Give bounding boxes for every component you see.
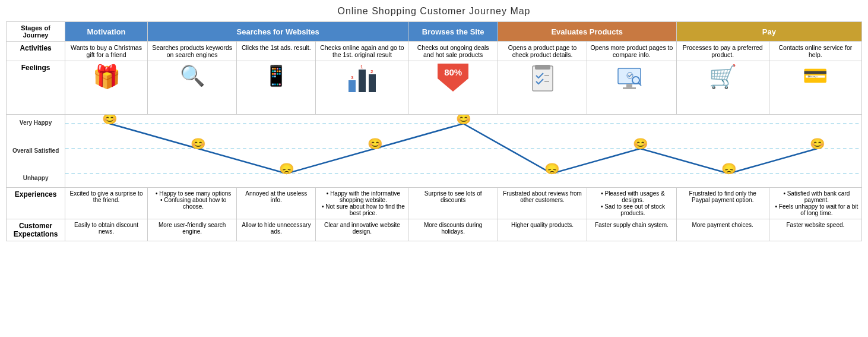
journey-map-table: Stages of Journey Motivation Searches fo… bbox=[6, 21, 862, 241]
svg-rect-1 bbox=[359, 70, 366, 92]
activity-motivation: Wants to buy a Christmas gift for a frie… bbox=[65, 42, 148, 61]
activities-label: Activities bbox=[7, 42, 65, 61]
expectations-row: Customer Expectations Easily to obtain d… bbox=[7, 219, 862, 241]
sale-icon: 80% bbox=[411, 64, 494, 92]
expectations-label: Customer Expectations bbox=[7, 219, 65, 241]
experience-pay1: Frustrated to find only the Paypal payme… bbox=[676, 188, 769, 219]
phone-icon: 📱 bbox=[264, 64, 289, 87]
stage-browses: Browses the Site bbox=[408, 22, 498, 42]
stages-header-row: Stages of Journey Motivation Searches fo… bbox=[7, 22, 862, 42]
svg-text:😊: 😊 bbox=[191, 137, 207, 150]
experience-evaluate2-line1: Pleased with usages & designs. bbox=[593, 190, 673, 203]
experience-evaluate2: Pleased with usages & designs. Sad to se… bbox=[587, 188, 676, 219]
feeling-search2: 📱 bbox=[237, 61, 316, 115]
expectation-search1: More user-friendly search engine. bbox=[147, 219, 236, 241]
expectation-browses: More discounts during holidays. bbox=[408, 219, 498, 241]
page-title: Online Shopping Customer Journey Map bbox=[6, 6, 862, 17]
svg-rect-2 bbox=[369, 74, 376, 92]
emotion-chart-area: 😊 😊 😞 😊 😊 😞 😊 😞 😊 bbox=[65, 115, 862, 188]
experience-search1: Happy to see many options Confusing abou… bbox=[147, 188, 236, 219]
feeling-search1: 🔍 bbox=[147, 61, 236, 115]
svg-text:😊: 😊 bbox=[456, 115, 472, 125]
experience-search1-line1: Happy to see many options bbox=[153, 190, 233, 197]
feeling-pay1: 🛒 bbox=[676, 61, 769, 115]
svg-text:😞: 😞 bbox=[721, 162, 737, 175]
activity-pay1: Processes to pay a preferred product. bbox=[676, 42, 769, 61]
expectation-evaluate1: Higher quality products. bbox=[498, 219, 587, 241]
emotion-chart-svg: 😊 😊 😞 😊 😊 😞 😊 😞 😊 bbox=[65, 115, 861, 186]
activity-browses: Checks out ongoing deals and hot sale pr… bbox=[408, 42, 498, 61]
svg-text:😊: 😊 bbox=[633, 137, 649, 150]
experience-search1-line2: Confusing about how to choose. bbox=[153, 197, 233, 210]
activity-evaluate2: Opens more product pages to compare info… bbox=[587, 42, 676, 61]
emotion-levels-labels: Very Happy Overall Satisfied Unhappy bbox=[7, 115, 65, 188]
svg-text:😊: 😊 bbox=[810, 137, 826, 150]
experiences-label: Experiences bbox=[7, 188, 65, 219]
feeling-evaluate2 bbox=[587, 61, 676, 115]
activity-pay2: Contacts online service for help. bbox=[769, 42, 861, 61]
activities-row: Activities Wants to buy a Christmas gift… bbox=[7, 42, 862, 61]
activity-search3: Checks online again and go to the 1st. o… bbox=[316, 42, 408, 61]
activity-search2: Clicks the 1st ads. result. bbox=[237, 42, 316, 61]
gift-icon: 🎁 bbox=[93, 64, 121, 89]
svg-text:3: 3 bbox=[351, 75, 354, 80]
expectation-search3: Clear and innovative website design. bbox=[316, 219, 408, 241]
monitor-search-icon bbox=[616, 64, 648, 96]
svg-text:😞: 😞 bbox=[544, 162, 560, 175]
expectation-pay2: Faster website speed. bbox=[769, 219, 861, 241]
very-happy-label: Very Happy bbox=[9, 119, 62, 126]
feelings-label: Feelings bbox=[7, 61, 65, 115]
stage-motivation: Motivation bbox=[65, 22, 148, 42]
experience-evaluate1: Frustrated about reviews from other cust… bbox=[498, 188, 587, 219]
expectation-evaluate2: Faster supply chain system. bbox=[587, 219, 676, 241]
overall-satisfied-label: Overall Satisfied bbox=[9, 147, 62, 154]
svg-text:😊: 😊 bbox=[368, 137, 384, 150]
feelings-row: Feelings 🎁 🔍 📱 3 1 2 80% bbox=[7, 61, 862, 115]
cart-icon: 🛒 bbox=[709, 64, 737, 89]
feeling-motivation: 🎁 bbox=[65, 61, 148, 115]
feeling-evaluate1 bbox=[498, 61, 587, 115]
expectation-pay1: More payment choices. bbox=[676, 219, 769, 241]
feeling-browses: 80% bbox=[408, 61, 498, 115]
stage-pay: Pay bbox=[676, 22, 861, 42]
experience-search3-line1: Happy with the informative shopping webs… bbox=[321, 190, 405, 203]
bar-chart-icon: 3 1 2 bbox=[346, 64, 378, 96]
emotion-chart-row: Very Happy Overall Satisfied Unhappy bbox=[7, 115, 862, 188]
stages-label: Stages of Journey bbox=[7, 22, 65, 42]
svg-text:😞: 😞 bbox=[279, 162, 295, 175]
experience-search2: Annoyed at the useless info. bbox=[237, 188, 316, 219]
unhappy-label: Unhappy bbox=[9, 175, 62, 181]
expectation-search2: Allow to hide unnecessary ads. bbox=[237, 219, 316, 241]
svg-text:1: 1 bbox=[360, 64, 363, 70]
feeling-search3: 3 1 2 bbox=[316, 61, 408, 115]
svg-rect-12 bbox=[623, 87, 636, 89]
svg-rect-7 bbox=[535, 65, 550, 70]
experience-pay2-line1: Satisfied with bank card payment. bbox=[775, 190, 859, 203]
experience-search3-line2: Not sure about how to find the best pric… bbox=[321, 203, 405, 216]
card-icon: 💳 bbox=[803, 64, 828, 87]
experience-search3: Happy with the informative shopping webs… bbox=[316, 188, 408, 219]
feeling-pay2: 💳 bbox=[769, 61, 861, 115]
svg-text:😊: 😊 bbox=[102, 115, 118, 125]
activity-search1: Searches products keywords on search eng… bbox=[147, 42, 236, 61]
experience-pay2-line2: Feels unhappy to wait for a bit of long … bbox=[775, 203, 859, 216]
experiences-row: Experiences Excited to give a surprise t… bbox=[7, 188, 862, 219]
globe-search-icon: 🔍 bbox=[180, 64, 205, 87]
experience-pay2: Satisfied with bank card payment. Feels … bbox=[769, 188, 861, 219]
svg-rect-6 bbox=[533, 66, 553, 91]
experience-evaluate2-line2: Sad to see out of stock products. bbox=[593, 203, 673, 216]
experience-motivation: Excited to give a surprise to the friend… bbox=[65, 188, 148, 219]
checklist-icon bbox=[528, 64, 557, 96]
svg-rect-0 bbox=[349, 80, 356, 92]
expectation-motivation: Easily to obtain discount news. bbox=[65, 219, 148, 241]
stage-evaluates: Evaluates Products bbox=[498, 22, 676, 42]
experience-browses: Surprise to see lots of discounts bbox=[408, 188, 498, 219]
activity-evaluate1: Opens a product page to check product de… bbox=[498, 42, 587, 61]
svg-text:2: 2 bbox=[370, 69, 373, 74]
svg-rect-11 bbox=[626, 84, 632, 87]
stage-searches: Searches for Websites bbox=[147, 22, 408, 42]
